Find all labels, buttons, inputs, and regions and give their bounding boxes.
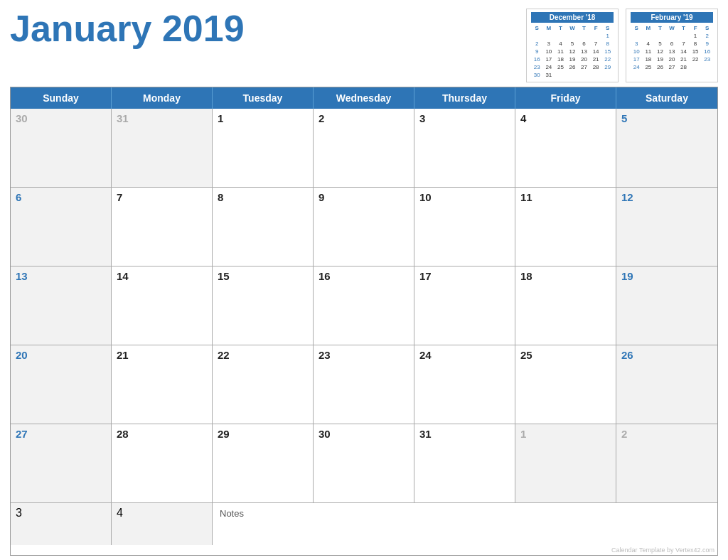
main-calendar: SundayMondayTuesdayWednesdayThursdayFrid… [10, 87, 718, 556]
day-number: 11 [520, 191, 611, 203]
cal-day-0-3: 2 [314, 109, 414, 187]
cal-day-1-5: 11 [515, 188, 616, 266]
day-number: 13 [16, 270, 106, 282]
day-number: 3 [419, 112, 510, 124]
day-number: 29 [218, 428, 308, 440]
mini-calendars: December '18SMTWTFS123456789101112131415… [526, 9, 718, 82]
cal-day-1-2: 8 [213, 188, 314, 266]
cal-day-4-6: 2 [616, 424, 717, 502]
cal-day-3-0: 20 [11, 345, 112, 424]
day-number: 21 [117, 349, 207, 361]
mini-cal-header-0: December '18 [531, 12, 614, 23]
notes-label: Notes [220, 508, 244, 519]
cal-day-1-6: 12 [616, 188, 717, 266]
cal-day-3-6: 26 [616, 345, 717, 424]
cal-day-4-2: 29 [213, 424, 314, 502]
cal-day-3-5: 25 [515, 345, 616, 424]
cal-day-2-2: 15 [213, 266, 314, 345]
calendar-header-row: SundayMondayTuesdayWednesdayThursdayFrid… [11, 87, 717, 109]
header-cell-sunday: Sunday [11, 87, 112, 109]
cal-day-0-6: 5 [616, 109, 717, 187]
top-section: January 2019 December '18SMTWTFS12345678… [10, 7, 718, 82]
day-number: 14 [117, 270, 207, 282]
cal-day-3-3: 23 [314, 345, 414, 424]
day-number: 9 [318, 191, 409, 203]
day-number: 31 [117, 112, 207, 124]
cal-day-3-4: 24 [414, 345, 515, 424]
header-cell-friday: Friday [515, 87, 616, 109]
day-number: 18 [520, 270, 611, 282]
day-number: 30 [318, 428, 409, 440]
cal-day-2-1: 14 [112, 266, 213, 345]
header-cell-saturday: Saturday [616, 87, 717, 109]
cal-day-2-0: 13 [11, 266, 112, 345]
cal-day-4-0: 27 [11, 424, 112, 502]
cal-day-0-0: 30 [11, 109, 112, 187]
cal-day-2-4: 17 [414, 266, 515, 345]
day-number: 10 [419, 191, 510, 203]
day-number: 1 [218, 112, 308, 124]
day-number: 27 [16, 428, 106, 440]
notes-day-4: 4 [112, 503, 213, 545]
main-title: January 2019 [10, 7, 245, 47]
day-number: 22 [218, 349, 308, 361]
cal-day-2-5: 18 [515, 266, 616, 345]
mini-cal-header-1: February '19 [631, 12, 713, 23]
notes-area: Notes [213, 503, 717, 545]
cal-day-3-1: 21 [112, 345, 213, 424]
notes-row: 34Notes [11, 502, 717, 545]
week-row-1: 6789101112 [11, 187, 717, 266]
day-number: 25 [520, 349, 611, 361]
header-cell-monday: Monday [112, 87, 213, 109]
cal-day-2-3: 16 [314, 266, 414, 345]
cal-day-1-0: 6 [11, 188, 112, 266]
day-number: 26 [621, 349, 712, 361]
day-number: 4 [117, 507, 123, 519]
header-cell-tuesday: Tuesday [213, 87, 314, 109]
cal-day-4-5: 1 [515, 424, 616, 502]
week-row-3: 20212223242526 [11, 345, 717, 424]
day-number: 6 [16, 191, 106, 203]
cal-day-4-4: 31 [414, 424, 515, 502]
day-number: 2 [621, 428, 712, 440]
day-number: 24 [419, 349, 510, 361]
cal-day-0-1: 31 [112, 109, 213, 187]
cal-day-0-2: 1 [213, 109, 314, 187]
cal-day-4-3: 30 [314, 424, 414, 502]
day-number: 15 [218, 270, 308, 282]
mini-calendar-1: February '19SMTWTFS123456789101112131415… [626, 9, 718, 82]
day-number: 1 [520, 428, 611, 440]
week-row-0: 303112345 [11, 109, 717, 187]
day-number: 8 [218, 191, 308, 203]
day-number: 23 [318, 349, 409, 361]
cal-day-0-5: 4 [515, 109, 616, 187]
cal-day-1-4: 10 [414, 188, 515, 266]
day-number: 30 [16, 112, 106, 124]
mini-calendar-0: December '18SMTWTFS123456789101112131415… [526, 9, 619, 82]
day-number: 4 [520, 112, 611, 124]
day-number: 2 [318, 112, 409, 124]
page: January 2019 December '18SMTWTFS12345678… [0, 0, 728, 560]
header-cell-thursday: Thursday [414, 87, 515, 109]
day-number: 5 [621, 112, 712, 124]
day-number: 3 [16, 507, 22, 519]
calendar-body: 3031123456789101112131415161718192021222… [11, 109, 717, 502]
cal-day-2-6: 19 [616, 266, 717, 345]
cal-day-0-4: 3 [414, 109, 515, 187]
day-number: 7 [117, 191, 207, 203]
day-number: 12 [621, 191, 712, 203]
cal-day-4-1: 28 [112, 424, 213, 502]
cal-day-1-3: 9 [314, 188, 414, 266]
day-number: 20 [16, 349, 106, 361]
week-row-2: 13141516171819 [11, 266, 717, 345]
notes-day-3: 3 [11, 503, 112, 545]
week-row-4: 272829303112 [11, 424, 717, 502]
watermark: Calendar Template by Vertex42.com [11, 545, 717, 555]
header-cell-wednesday: Wednesday [314, 87, 414, 109]
day-number: 19 [621, 270, 712, 282]
day-number: 16 [318, 270, 409, 282]
day-number: 31 [419, 428, 510, 440]
cal-day-3-2: 22 [213, 345, 314, 424]
cal-day-1-1: 7 [112, 188, 213, 266]
day-number: 28 [117, 428, 207, 440]
